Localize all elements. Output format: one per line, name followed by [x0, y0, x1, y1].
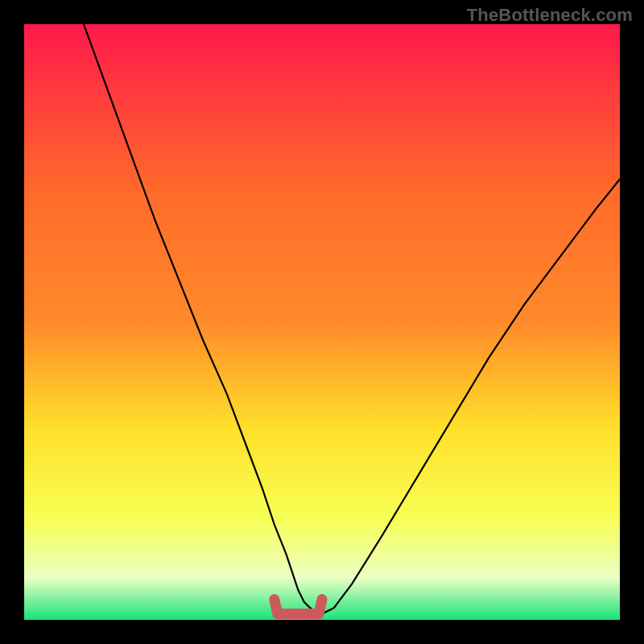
plot-area: [24, 24, 620, 620]
bottleneck-chart: [24, 24, 620, 620]
gradient-background: [24, 24, 620, 620]
chart-frame: TheBottleneck.com: [0, 0, 644, 644]
watermark-text: TheBottleneck.com: [467, 5, 633, 26]
